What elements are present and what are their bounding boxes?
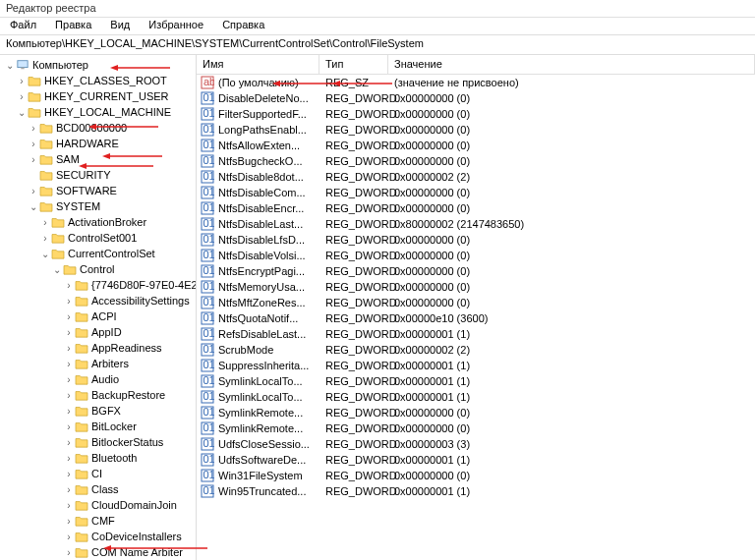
- value-row[interactable]: 011 NtfsDisableLfsD... REG_DWORD 0x00000…: [197, 232, 755, 248]
- tree-control-cmf[interactable]: › CMF: [0, 513, 196, 529]
- chevron-down-icon[interactable]: ⌄: [16, 107, 28, 118]
- chevron-right-icon[interactable]: ›: [63, 516, 75, 527]
- chevron-right-icon[interactable]: ›: [63, 280, 75, 291]
- tree-control-bitlocker[interactable]: › BitLocker: [0, 419, 196, 434]
- tree-bcd[interactable]: › BCD00000000: [0, 120, 196, 136]
- value-row[interactable]: 011 NtfsEncryptPagi... REG_DWORD 0x00000…: [197, 263, 755, 279]
- value-list[interactable]: Имя Тип Значение ab (По умолчанию) REG_S…: [197, 55, 755, 560]
- value-row[interactable]: 011 Win95Truncated... REG_DWORD 0x000000…: [197, 483, 755, 499]
- chevron-right-icon[interactable]: ›: [63, 484, 75, 495]
- value-row[interactable]: 011 NtfsBugcheckO... REG_DWORD 0x0000000…: [197, 153, 755, 169]
- menu-help[interactable]: Справка: [214, 17, 272, 32]
- registry-tree[interactable]: ⌄ Компьютер › HKEY_CLASSES_ROOT › HKEY_C…: [0, 55, 197, 560]
- tree-root-computer[interactable]: ⌄ Компьютер: [0, 57, 196, 73]
- value-row[interactable]: 011 NtfsDisableLast... REG_DWORD 0x80000…: [197, 216, 755, 232]
- chevron-right-icon[interactable]: ›: [63, 500, 75, 511]
- chevron-right-icon[interactable]: ›: [16, 91, 28, 102]
- tree-control-codeviceinstallers[interactable]: › CoDeviceInstallers: [0, 529, 196, 544]
- tree-control-appid[interactable]: › AppID: [0, 324, 196, 340]
- tree-currentcontrolset[interactable]: ⌄ CurrentControlSet: [0, 246, 196, 261]
- value-row[interactable]: 011 SymlinkRemote... REG_DWORD 0x0000000…: [197, 420, 755, 436]
- tree-control-appreadiness[interactable]: › AppReadiness: [0, 340, 196, 356]
- value-row[interactable]: 011 FilterSupportedF... REG_DWORD 0x0000…: [197, 106, 755, 122]
- tree-hkcr[interactable]: › HKEY_CLASSES_ROOT: [0, 73, 196, 88]
- value-row[interactable]: 011 NtfsDisableCom... REG_DWORD 0x000000…: [197, 185, 755, 200]
- chevron-right-icon[interactable]: ›: [63, 453, 75, 464]
- value-row[interactable]: 011 RefsDisableLast... REG_DWORD 0x00000…: [197, 326, 755, 342]
- chevron-down-icon[interactable]: ⌄: [51, 264, 63, 275]
- chevron-right-icon[interactable]: ›: [63, 343, 75, 354]
- value-row[interactable]: 011 SymlinkLocalTo... REG_DWORD 0x000000…: [197, 389, 755, 405]
- chevron-right-icon[interactable]: ›: [63, 296, 75, 307]
- tree-control-audio[interactable]: › Audio: [0, 371, 196, 387]
- col-value[interactable]: Значение: [388, 55, 755, 74]
- tree-control-class[interactable]: › Class: [0, 481, 196, 497]
- chevron-right-icon[interactable]: ›: [63, 311, 75, 322]
- value-row[interactable]: 011 LongPathsEnabl... REG_DWORD 0x000000…: [197, 122, 755, 138]
- chevron-right-icon[interactable]: ›: [39, 217, 51, 228]
- tree-system[interactable]: ⌄ SYSTEM: [0, 198, 196, 214]
- value-row[interactable]: 011 NtfsMftZoneRes... REG_DWORD 0x000000…: [197, 295, 755, 310]
- tree-control-bitlockerstatus[interactable]: › BitlockerStatus: [0, 434, 196, 450]
- value-row[interactable]: 011 Win31FileSystem REG_DWORD 0x00000000…: [197, 468, 755, 483]
- value-row[interactable]: 011 UdfsSoftwareDe... REG_DWORD 0x000000…: [197, 452, 755, 468]
- chevron-right-icon[interactable]: ›: [28, 139, 39, 149]
- value-row[interactable]: 011 NtfsDisable8dot... REG_DWORD 0x00000…: [197, 169, 755, 185]
- value-row[interactable]: 011 SymlinkLocalTo... REG_DWORD 0x000000…: [197, 373, 755, 389]
- chevron-right-icon[interactable]: ›: [63, 532, 75, 542]
- chevron-down-icon[interactable]: ⌄: [28, 201, 39, 212]
- chevron-right-icon[interactable]: ›: [63, 406, 75, 417]
- menu-edit[interactable]: Правка: [47, 17, 99, 32]
- chevron-down-icon[interactable]: ⌄: [4, 60, 16, 71]
- tree-control-arbiters[interactable]: › Arbiters: [0, 356, 196, 371]
- tree-hklm[interactable]: ⌄ HKEY_LOCAL_MACHINE: [0, 104, 196, 120]
- menu-favorites[interactable]: Избранное: [141, 17, 211, 32]
- col-name[interactable]: Имя: [197, 55, 319, 74]
- value-row[interactable]: 011 NtfsAllowExten... REG_DWORD 0x000000…: [197, 138, 755, 153]
- chevron-right-icon[interactable]: ›: [63, 437, 75, 448]
- tree-hardware[interactable]: › HARDWARE: [0, 136, 196, 151]
- value-row[interactable]: 011 NtfsQuotaNotif... REG_DWORD 0x00000e…: [197, 310, 755, 326]
- chevron-right-icon[interactable]: ›: [39, 233, 51, 244]
- chevron-right-icon[interactable]: ›: [63, 390, 75, 401]
- value-row[interactable]: 011 SuppressInherita... REG_DWORD 0x0000…: [197, 358, 755, 373]
- chevron-right-icon[interactable]: ›: [63, 547, 75, 558]
- chevron-right-icon[interactable]: ›: [63, 469, 75, 479]
- chevron-right-icon[interactable]: ›: [63, 374, 75, 385]
- chevron-right-icon[interactable]: ›: [63, 327, 75, 338]
- tree-control-comnamearbiter[interactable]: › COM Name Arbiter: [0, 544, 196, 560]
- tree-hkcu[interactable]: › HKEY_CURRENT_USER: [0, 88, 196, 104]
- tree-control-7746d80f97e04e26954326b41fc22f79[interactable]: › {7746D80F-97E0-4E26-9543-26B41FC22F79}: [0, 277, 196, 293]
- chevron-down-icon[interactable]: ⌄: [39, 249, 51, 259]
- chevron-right-icon[interactable]: ›: [63, 359, 75, 369]
- tree-security[interactable]: SECURITY: [0, 167, 196, 183]
- tree-controlset001[interactable]: › ControlSet001: [0, 230, 196, 246]
- value-row[interactable]: 011 NtfsMemoryUsa... REG_DWORD 0x0000000…: [197, 279, 755, 295]
- chevron-right-icon[interactable]: ›: [16, 76, 28, 86]
- chevron-right-icon[interactable]: ›: [28, 123, 39, 134]
- tree-control[interactable]: ⌄ Control: [0, 261, 196, 277]
- chevron-right-icon[interactable]: ›: [28, 154, 39, 165]
- value-row[interactable]: ab (По умолчанию) REG_SZ (значение не пр…: [197, 75, 755, 90]
- tree-sam[interactable]: › SAM: [0, 151, 196, 167]
- tree-control-accessibilitysettings[interactable]: › AccessibilitySettings: [0, 293, 196, 308]
- tree-software[interactable]: › SOFTWARE: [0, 183, 196, 198]
- tree-control-ci[interactable]: › CI: [0, 466, 196, 481]
- tree-activationbroker[interactable]: › ActivationBroker: [0, 214, 196, 230]
- value-row[interactable]: 011 SymlinkRemote... REG_DWORD 0x0000000…: [197, 405, 755, 420]
- value-row[interactable]: 011 UdfsCloseSessio... REG_DWORD 0x00000…: [197, 436, 755, 452]
- value-row[interactable]: 011 ScrubMode REG_DWORD 0x00000002 (2): [197, 342, 755, 358]
- value-row[interactable]: 011 DisableDeleteNo... REG_DWORD 0x00000…: [197, 90, 755, 106]
- col-type[interactable]: Тип: [319, 55, 388, 74]
- tree-control-acpi[interactable]: › ACPI: [0, 308, 196, 324]
- tree-control-bluetooth[interactable]: › Bluetooth: [0, 450, 196, 466]
- tree-control-clouddomainjoin[interactable]: › CloudDomainJoin: [0, 497, 196, 513]
- tree-control-backuprestore[interactable]: › BackupRestore: [0, 387, 196, 403]
- value-row[interactable]: 011 NtfsDisableVolsi... REG_DWORD 0x0000…: [197, 248, 755, 263]
- menu-file[interactable]: Файл: [2, 17, 44, 32]
- tree-control-bgfx[interactable]: › BGFX: [0, 403, 196, 419]
- chevron-right-icon[interactable]: ›: [63, 421, 75, 432]
- address-bar[interactable]: Компьютер\HKEY_LOCAL_MACHINE\SYSTEM\Curr…: [0, 35, 755, 55]
- value-row[interactable]: 011 NtfsDisableEncr... REG_DWORD 0x00000…: [197, 200, 755, 216]
- chevron-right-icon[interactable]: ›: [28, 186, 39, 196]
